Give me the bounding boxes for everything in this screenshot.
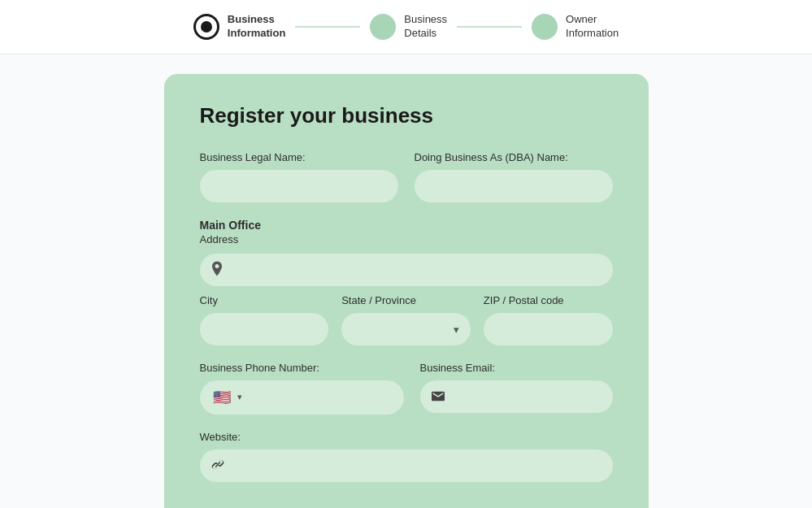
business-legal-name-group: Business Legal Name: (200, 151, 398, 202)
phone-chevron-icon: ▾ (237, 392, 242, 402)
dba-name-label: Doing Business As (DBA) Name: (415, 151, 613, 163)
website-label: Website: (200, 431, 613, 443)
step-1-item[interactable]: Business Information (193, 13, 286, 41)
zip-group: ZIP / Postal code (484, 294, 613, 345)
website-group: Website: (200, 431, 613, 482)
dba-name-input[interactable] (415, 170, 613, 202)
email-label: Business Email: (420, 362, 613, 374)
email-input[interactable] (420, 380, 613, 413)
email-group: Business Email: (420, 362, 613, 415)
step-connector-1 (295, 26, 360, 28)
state-group: State / Province Alabama Alaska Arizona … (341, 294, 471, 345)
stepper-header: Business Information Business Details Ow… (0, 0, 812, 54)
step-2-circle (370, 14, 396, 40)
address-input[interactable] (200, 254, 613, 286)
phone-label: Business Phone Number: (200, 362, 404, 374)
zip-input[interactable] (484, 313, 613, 345)
zip-label: ZIP / Postal code (484, 294, 613, 306)
state-select[interactable]: Alabama Alaska Arizona California Colora… (341, 313, 471, 345)
step-3-item[interactable]: Owner Information (532, 13, 619, 41)
city-label: City (200, 294, 329, 306)
email-input-wrapper (420, 380, 613, 413)
step-3-circle (532, 14, 558, 40)
website-input-wrapper (200, 449, 613, 482)
state-label: State / Province (341, 294, 471, 306)
phone-group: Business Phone Number: 🇺🇸 ▾ (200, 362, 404, 415)
step-2-item[interactable]: Business Details (370, 13, 447, 41)
us-flag-icon: 🇺🇸 (213, 389, 231, 406)
city-state-zip-row: City State / Province Alabama Alaska Ari… (200, 294, 613, 345)
step-1-label: Business Information (228, 13, 286, 41)
business-legal-name-label: Business Legal Name: (200, 151, 398, 163)
address-sublabel: Address (200, 233, 613, 245)
step-connector-2 (457, 26, 522, 28)
main-content: Register your business Business Legal Na… (0, 54, 812, 508)
step-1-circle (193, 14, 219, 40)
address-input-wrapper (200, 254, 613, 286)
step-2-label: Business Details (404, 13, 447, 41)
city-group: City (200, 294, 329, 345)
dba-name-group: Doing Business As (DBA) Name: (415, 151, 613, 202)
phone-email-row: Business Phone Number: 🇺🇸 ▾ Business Ema… (200, 362, 613, 415)
main-office-label: Main Office (200, 219, 613, 232)
website-input[interactable] (200, 449, 613, 482)
phone-input[interactable] (249, 391, 391, 404)
form-card: Register your business Business Legal Na… (164, 74, 649, 508)
form-row-names: Business Legal Name: Doing Business As (… (200, 151, 613, 202)
step-3-label: Owner Information (566, 13, 619, 41)
state-select-wrapper: Alabama Alaska Arizona California Colora… (341, 313, 471, 345)
form-title: Register your business (200, 103, 613, 128)
phone-wrapper[interactable]: 🇺🇸 ▾ (200, 380, 404, 415)
business-legal-name-input[interactable] (200, 170, 398, 202)
main-office-section: Main Office Address (200, 219, 613, 286)
city-input[interactable] (200, 313, 329, 345)
